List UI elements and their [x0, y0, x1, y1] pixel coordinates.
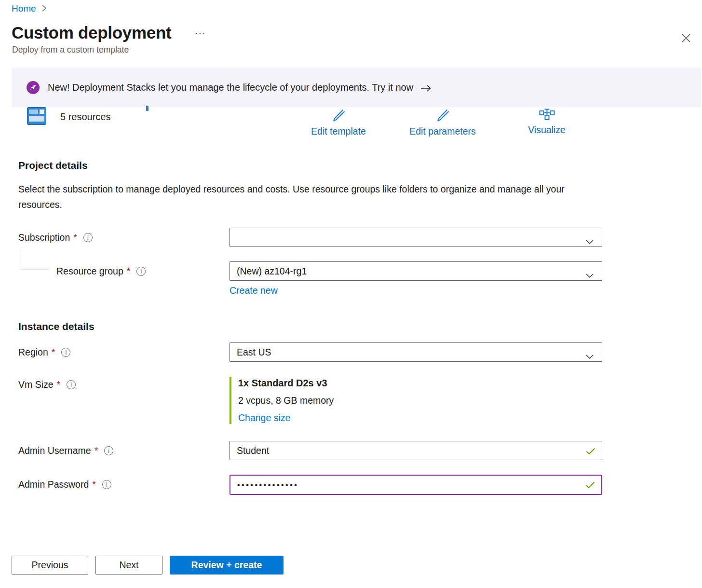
- close-button[interactable]: [679, 31, 693, 45]
- admin-username-input[interactable]: Student: [230, 441, 602, 460]
- close-icon: [681, 38, 691, 45]
- subscription-label: Subscription: [18, 232, 70, 243]
- page-subtitle: Deploy from a custom template: [12, 45, 702, 55]
- breadcrumb-home-link[interactable]: Home: [12, 3, 36, 14]
- next-button[interactable]: Next: [95, 556, 162, 574]
- chevron-down-icon: [586, 351, 594, 362]
- resource-group-dropdown[interactable]: (New) az104-rg1: [230, 261, 602, 281]
- admin-username-label-cell: Admin Username *: [18, 441, 230, 460]
- change-size-link[interactable]: Change size: [238, 412, 290, 424]
- previous-button[interactable]: Previous: [12, 556, 88, 574]
- breadcrumb: Home: [0, 0, 702, 14]
- review-create-button[interactable]: Review + create: [170, 556, 284, 574]
- required-asterisk: *: [73, 232, 77, 243]
- edit-parameters-label: Edit parameters: [409, 126, 476, 137]
- pencil-icon: [331, 108, 346, 124]
- resource-group-label: Resource group: [56, 266, 123, 277]
- required-asterisk: *: [52, 347, 55, 358]
- vm-size-label-cell: Vm Size *: [18, 377, 230, 424]
- admin-username-row: Admin Username * Student: [18, 441, 602, 460]
- deployment-stacks-banner[interactable]: New! Deployment Stacks let you manage th…: [12, 68, 701, 107]
- overflow-menu-button[interactable]: ···: [195, 28, 206, 38]
- edit-template-label: Edit template: [311, 126, 366, 137]
- resource-group-row: Resource group * (New) az104-rg1 Create …: [18, 261, 602, 296]
- required-asterisk: *: [92, 479, 96, 490]
- visualize-label: Visualize: [528, 124, 566, 136]
- project-details-description: Select the subscription to manage deploy…: [18, 182, 572, 212]
- chevron-down-icon: [586, 270, 594, 281]
- required-asterisk: *: [94, 445, 98, 456]
- breadcrumb-chevron-icon: [41, 4, 47, 14]
- admin-password-label-cell: Admin Password *: [18, 475, 230, 495]
- template-resources: 5 resources: [27, 107, 111, 127]
- edit-template-button[interactable]: Edit template: [286, 108, 391, 137]
- admin-password-masked-value: ••••••••••••••: [237, 480, 298, 490]
- vm-size-row: Vm Size * 1x Standard D2s v3 2 vcpus, 8 …: [18, 377, 602, 424]
- cropped-ui-artifact: [146, 106, 148, 111]
- valid-check-icon: [585, 481, 595, 489]
- resource-group-info-icon[interactable]: [136, 267, 146, 276]
- arrow-right-icon: [420, 84, 432, 92]
- subscription-info-icon[interactable]: [83, 233, 93, 242]
- sitemap-icon: [539, 108, 555, 123]
- vm-size-summary: 1x Standard D2s v3 2 vcpus, 8 GB memory …: [230, 377, 602, 424]
- admin-password-label: Admin Password: [18, 479, 89, 490]
- custom-deployment-page: Home Custom deployment ··· Deploy from a…: [0, 0, 702, 588]
- rocket-icon: [27, 81, 40, 94]
- region-info-icon[interactable]: [61, 348, 70, 357]
- title-row: Custom deployment ···: [12, 22, 702, 44]
- required-asterisk: *: [127, 266, 131, 277]
- create-new-link[interactable]: Create new: [230, 285, 278, 296]
- template-summary-bar: 5 resources Edit template Edit parameter…: [0, 107, 702, 145]
- required-asterisk: *: [57, 379, 61, 390]
- resource-group-value: (New) az104-rg1: [237, 266, 307, 277]
- admin-username-label: Admin Username: [18, 445, 91, 456]
- page-title: Custom deployment: [12, 22, 171, 44]
- admin-username-info-icon[interactable]: [104, 446, 113, 455]
- resource-group-label-cell: Resource group *: [18, 261, 230, 296]
- edit-parameters-button[interactable]: Edit parameters: [391, 108, 495, 137]
- region-label: Region: [18, 347, 48, 358]
- vm-size-value: 1x Standard D2s v3: [238, 377, 602, 389]
- subscription-dropdown[interactable]: [230, 228, 602, 247]
- subscription-row: Subscription *: [18, 228, 602, 247]
- instance-details-heading: Instance details: [18, 320, 602, 333]
- template-actions: Edit template Edit parameters: [286, 108, 599, 137]
- chevron-down-icon: [586, 236, 594, 247]
- tree-connector-line: [21, 248, 49, 270]
- template-resources-icon: [27, 107, 46, 127]
- deployment-form: Subscription * Resource group *: [0, 228, 702, 495]
- banner-message: New! Deployment Stacks let you manage th…: [48, 82, 413, 93]
- region-dropdown[interactable]: East US: [230, 342, 602, 362]
- admin-username-value: Student: [237, 445, 269, 456]
- vm-size-info-icon[interactable]: [67, 380, 76, 389]
- project-details-heading: Project details: [18, 159, 702, 172]
- footer-actions: Previous Next Review + create: [12, 556, 702, 574]
- admin-password-input[interactable]: ••••••••••••••: [230, 475, 602, 495]
- vm-size-specs: 2 vcpus, 8 GB memory: [238, 395, 602, 406]
- subscription-label-cell: Subscription *: [18, 228, 230, 247]
- pencil-icon: [435, 108, 450, 124]
- resources-count-label: 5 resources: [60, 111, 111, 123]
- valid-check-icon: [586, 448, 595, 455]
- admin-password-row: Admin Password * ••••••••••••••: [18, 475, 602, 495]
- vm-size-label: Vm Size: [18, 379, 54, 390]
- region-row: Region * East US: [18, 342, 602, 362]
- visualize-button[interactable]: Visualize: [495, 108, 599, 137]
- region-label-cell: Region *: [18, 342, 230, 362]
- region-value: East US: [237, 347, 271, 358]
- admin-password-info-icon[interactable]: [102, 480, 111, 489]
